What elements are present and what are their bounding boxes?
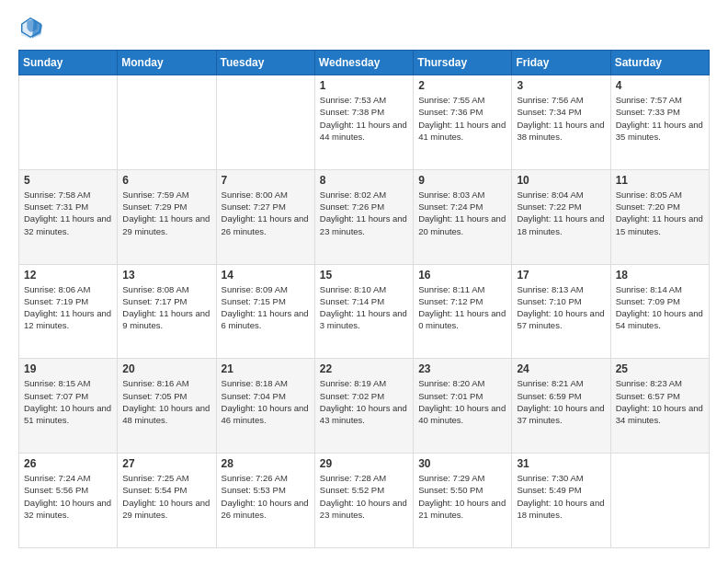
calendar-cell: 15Sunrise: 8:10 AM Sunset: 7:14 PM Dayli… <box>314 264 413 359</box>
week-row-5: 26Sunrise: 7:24 AM Sunset: 5:56 PM Dayli… <box>19 454 710 548</box>
day-info: Sunrise: 8:18 AM Sunset: 7:04 PM Dayligh… <box>222 377 310 426</box>
day-number: 21 <box>222 362 310 375</box>
day-header-monday: Monday <box>118 51 216 75</box>
day-number: 15 <box>320 269 408 282</box>
page: SundayMondayTuesdayWednesdayThursdayFrid… <box>0 0 728 563</box>
calendar-cell: 6Sunrise: 7:59 AM Sunset: 7:29 PM Daylig… <box>118 169 216 264</box>
day-number: 25 <box>616 362 704 375</box>
day-number: 5 <box>24 174 112 187</box>
calendar-cell: 11Sunrise: 8:05 AM Sunset: 7:20 PM Dayli… <box>610 169 709 264</box>
day-header-sunday: Sunday <box>19 51 118 75</box>
day-info: Sunrise: 8:15 AM Sunset: 7:07 PM Dayligh… <box>24 377 112 426</box>
calendar-cell: 5Sunrise: 7:58 AM Sunset: 7:31 PM Daylig… <box>19 169 118 264</box>
day-number: 26 <box>24 457 112 470</box>
day-info: Sunrise: 7:58 AM Sunset: 7:31 PM Dayligh… <box>24 189 112 237</box>
day-info: Sunrise: 7:56 AM Sunset: 7:34 PM Dayligh… <box>517 94 605 143</box>
calendar-cell: 13Sunrise: 8:08 AM Sunset: 7:17 PM Dayli… <box>118 264 216 359</box>
week-row-4: 19Sunrise: 8:15 AM Sunset: 7:07 PM Dayli… <box>19 359 710 454</box>
day-info: Sunrise: 7:30 AM Sunset: 5:49 PM Dayligh… <box>517 472 605 521</box>
day-number: 22 <box>320 362 408 375</box>
day-header-tuesday: Tuesday <box>216 51 314 75</box>
day-number: 7 <box>222 174 310 187</box>
calendar-cell: 2Sunrise: 7:55 AM Sunset: 7:36 PM Daylig… <box>414 75 512 170</box>
calendar-cell: 24Sunrise: 8:21 AM Sunset: 6:59 PM Dayli… <box>512 359 610 454</box>
day-number: 23 <box>418 362 506 375</box>
day-number: 17 <box>517 269 605 282</box>
calendar-cell: 21Sunrise: 8:18 AM Sunset: 7:04 PM Dayli… <box>216 359 314 454</box>
day-info: Sunrise: 7:26 AM Sunset: 5:53 PM Dayligh… <box>222 472 310 521</box>
calendar-cell: 19Sunrise: 8:15 AM Sunset: 7:07 PM Dayli… <box>19 359 118 454</box>
calendar-cell: 25Sunrise: 8:23 AM Sunset: 6:57 PM Dayli… <box>610 359 709 454</box>
day-number: 6 <box>122 174 210 187</box>
calendar-cell: 1Sunrise: 7:53 AM Sunset: 7:38 PM Daylig… <box>314 75 413 170</box>
calendar-cell: 14Sunrise: 8:09 AM Sunset: 7:15 PM Dayli… <box>216 264 314 359</box>
day-info: Sunrise: 8:20 AM Sunset: 7:01 PM Dayligh… <box>418 377 506 426</box>
day-header-saturday: Saturday <box>610 51 709 75</box>
header <box>18 15 710 40</box>
day-info: Sunrise: 8:09 AM Sunset: 7:15 PM Dayligh… <box>222 283 310 332</box>
day-info: Sunrise: 7:53 AM Sunset: 7:38 PM Dayligh… <box>320 94 408 143</box>
day-info: Sunrise: 8:04 AM Sunset: 7:22 PM Dayligh… <box>517 189 605 237</box>
day-info: Sunrise: 7:29 AM Sunset: 5:50 PM Dayligh… <box>418 472 506 521</box>
day-number: 13 <box>122 269 210 282</box>
calendar-cell: 26Sunrise: 7:24 AM Sunset: 5:56 PM Dayli… <box>19 454 118 548</box>
day-number: 8 <box>320 174 408 187</box>
day-number: 31 <box>517 457 605 470</box>
day-info: Sunrise: 8:06 AM Sunset: 7:19 PM Dayligh… <box>24 283 112 332</box>
day-info: Sunrise: 7:28 AM Sunset: 5:52 PM Dayligh… <box>320 472 408 521</box>
calendar-cell: 7Sunrise: 8:00 AM Sunset: 7:27 PM Daylig… <box>216 169 314 264</box>
day-info: Sunrise: 8:03 AM Sunset: 7:24 PM Dayligh… <box>418 189 506 237</box>
day-info: Sunrise: 8:10 AM Sunset: 7:14 PM Dayligh… <box>320 283 408 332</box>
calendar-cell <box>19 75 118 170</box>
day-info: Sunrise: 8:00 AM Sunset: 7:27 PM Dayligh… <box>222 189 310 237</box>
calendar-cell: 8Sunrise: 8:02 AM Sunset: 7:26 PM Daylig… <box>314 169 413 264</box>
day-info: Sunrise: 8:19 AM Sunset: 7:02 PM Dayligh… <box>320 377 408 426</box>
day-info: Sunrise: 8:05 AM Sunset: 7:20 PM Dayligh… <box>616 189 704 237</box>
calendar-cell: 28Sunrise: 7:26 AM Sunset: 5:53 PM Dayli… <box>216 454 314 548</box>
day-number: 12 <box>24 269 112 282</box>
day-info: Sunrise: 8:08 AM Sunset: 7:17 PM Dayligh… <box>122 283 210 332</box>
calendar-cell: 23Sunrise: 8:20 AM Sunset: 7:01 PM Dayli… <box>414 359 512 454</box>
day-number: 30 <box>418 457 506 470</box>
day-number: 24 <box>517 362 605 375</box>
day-info: Sunrise: 7:25 AM Sunset: 5:54 PM Dayligh… <box>122 472 210 521</box>
calendar-cell: 27Sunrise: 7:25 AM Sunset: 5:54 PM Dayli… <box>118 454 216 548</box>
calendar-cell: 29Sunrise: 7:28 AM Sunset: 5:52 PM Dayli… <box>314 454 413 548</box>
calendar-cell: 16Sunrise: 8:11 AM Sunset: 7:12 PM Dayli… <box>414 264 512 359</box>
calendar-cell: 31Sunrise: 7:30 AM Sunset: 5:49 PM Dayli… <box>512 454 610 548</box>
day-info: Sunrise: 8:02 AM Sunset: 7:26 PM Dayligh… <box>320 189 408 237</box>
day-number: 29 <box>320 457 408 470</box>
day-number: 2 <box>418 79 506 92</box>
calendar-cell <box>216 75 314 170</box>
calendar-cell <box>118 75 216 170</box>
header-row: SundayMondayTuesdayWednesdayThursdayFrid… <box>19 51 710 75</box>
day-info: Sunrise: 8:23 AM Sunset: 6:57 PM Dayligh… <box>616 377 704 426</box>
day-number: 16 <box>418 269 506 282</box>
day-info: Sunrise: 8:14 AM Sunset: 7:09 PM Dayligh… <box>616 283 704 332</box>
calendar-cell: 18Sunrise: 8:14 AM Sunset: 7:09 PM Dayli… <box>610 264 709 359</box>
day-header-wednesday: Wednesday <box>314 51 413 75</box>
calendar-cell: 17Sunrise: 8:13 AM Sunset: 7:10 PM Dayli… <box>512 264 610 359</box>
day-number: 4 <box>616 79 704 92</box>
calendar-cell: 12Sunrise: 8:06 AM Sunset: 7:19 PM Dayli… <box>19 264 118 359</box>
day-number: 1 <box>320 79 408 92</box>
calendar-cell <box>610 454 709 548</box>
day-number: 18 <box>616 269 704 282</box>
day-number: 3 <box>517 79 605 92</box>
logo-icon <box>18 15 44 40</box>
day-info: Sunrise: 7:59 AM Sunset: 7:29 PM Dayligh… <box>122 189 210 237</box>
calendar-cell: 20Sunrise: 8:16 AM Sunset: 7:05 PM Dayli… <box>118 359 216 454</box>
day-info: Sunrise: 7:24 AM Sunset: 5:56 PM Dayligh… <box>24 472 112 521</box>
day-header-friday: Friday <box>512 51 610 75</box>
calendar-cell: 22Sunrise: 8:19 AM Sunset: 7:02 PM Dayli… <box>314 359 413 454</box>
day-header-thursday: Thursday <box>414 51 512 75</box>
week-row-2: 5Sunrise: 7:58 AM Sunset: 7:31 PM Daylig… <box>19 169 710 264</box>
day-info: Sunrise: 8:13 AM Sunset: 7:10 PM Dayligh… <box>517 283 605 332</box>
calendar-cell: 30Sunrise: 7:29 AM Sunset: 5:50 PM Dayli… <box>414 454 512 548</box>
logo <box>18 15 48 40</box>
day-number: 9 <box>418 174 506 187</box>
calendar-cell: 10Sunrise: 8:04 AM Sunset: 7:22 PM Dayli… <box>512 169 610 264</box>
calendar-cell: 4Sunrise: 7:57 AM Sunset: 7:33 PM Daylig… <box>610 75 709 170</box>
day-info: Sunrise: 7:57 AM Sunset: 7:33 PM Dayligh… <box>616 94 704 143</box>
day-number: 10 <box>517 174 605 187</box>
